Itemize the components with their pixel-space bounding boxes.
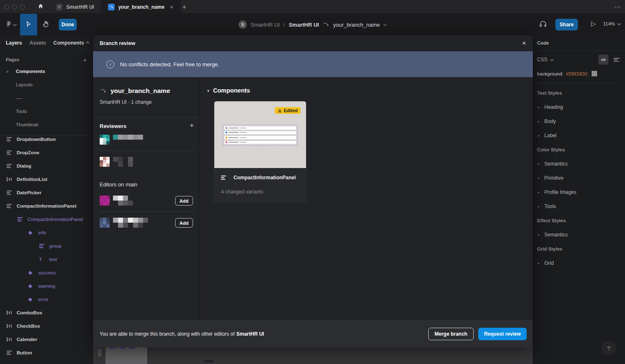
tab-layers[interactable]: Layers	[6, 40, 22, 46]
layer-row[interactable]: info	[0, 226, 93, 239]
page-item[interactable]: ✓Components	[0, 65, 93, 78]
close-tab-icon[interactable]: ×	[170, 4, 173, 10]
request-review-button[interactable]: Request review	[478, 328, 527, 340]
variant-row	[224, 136, 296, 140]
layer-row[interactable]: Button	[0, 346, 93, 359]
breadcrumb-branch[interactable]: your_branch_name	[333, 22, 380, 28]
style-item[interactable]: ▸Grid	[533, 256, 625, 270]
layer-row[interactable]: DatePicker	[0, 186, 93, 199]
text-icon: T	[39, 257, 46, 262]
window-more-button[interactable]: ⋯	[614, 0, 621, 14]
style-item[interactable]: ▸Body	[533, 114, 625, 128]
layer-label: DatePicker	[17, 190, 41, 195]
layer-row[interactable]: group	[0, 239, 93, 253]
layer-row[interactable]: Calender	[0, 333, 93, 346]
style-section-title: Effect Styles	[533, 213, 625, 228]
cursor-icon	[25, 20, 32, 29]
breadcrumb-project[interactable]: SmartHR UI	[251, 22, 280, 28]
chevron-right-icon: ▸	[538, 176, 540, 180]
page-item[interactable]: Layouts	[0, 78, 93, 91]
diamond-icon	[28, 298, 35, 301]
layer-row[interactable]: ComboBox	[0, 306, 93, 319]
layer-row[interactable]: Dialog	[0, 159, 93, 173]
layer-row[interactable]: warning	[0, 279, 93, 293]
zoom-level: 114%	[603, 21, 615, 26]
layer-row[interactable]: CheckBox	[0, 319, 93, 333]
close-window-icon[interactable]	[4, 5, 9, 10]
right-panel: Code CSS <> background: #D6D3D0; Text St…	[533, 35, 625, 364]
done-button[interactable]: Done	[59, 19, 77, 30]
share-button[interactable]: Share	[555, 19, 578, 30]
present-button[interactable]: ▷	[591, 20, 596, 28]
panel-selector-components[interactable]: Components	[53, 40, 89, 46]
chevron-right-icon: ▸	[538, 105, 540, 109]
style-item[interactable]: ▸Profile Images	[533, 185, 625, 199]
merge-branch-button[interactable]: Merge branch	[428, 328, 474, 340]
huddle-button[interactable]	[536, 18, 550, 31]
tab-file[interactable]: SmartHR UI	[49, 0, 101, 14]
add-editor-button[interactable]: Add	[175, 196, 193, 206]
check-icon: ✓	[6, 69, 16, 74]
page-item[interactable]: ----	[0, 91, 93, 105]
layer-row[interactable]: DropdownButton	[0, 136, 93, 146]
maximize-window-icon[interactable]	[20, 5, 25, 10]
window-controls[interactable]	[4, 0, 25, 14]
help-button[interactable]: ?	[602, 341, 616, 355]
figma-file-icon	[56, 4, 63, 10]
layer-label: Calender	[17, 337, 37, 342]
zoom-control[interactable]: 114%	[603, 21, 620, 26]
hand-tool-button[interactable]	[38, 14, 53, 35]
code-options-icon[interactable]	[614, 58, 620, 62]
style-item[interactable]: ▸Primitive	[533, 171, 625, 185]
diamond-icon	[28, 285, 35, 288]
page-label: Components	[16, 69, 45, 74]
layer-row[interactable]: DefinitionList	[0, 173, 93, 186]
layer-row[interactable]: CompactInformationPanel	[0, 199, 93, 213]
layer-label: DropdownButton	[17, 137, 56, 142]
home-button[interactable]	[35, 0, 46, 14]
edited-badge: ⚠ Edited	[275, 107, 301, 114]
page-item[interactable]: Tools	[0, 105, 93, 118]
tab-assets[interactable]: Assets	[30, 40, 46, 46]
style-item[interactable]: ▸Semantics	[533, 228, 625, 242]
chevron-down-icon[interactable]	[550, 58, 553, 61]
chevron-down-icon[interactable]	[383, 23, 387, 26]
component-card-footer: CompactInformationPanel 4 changed varian…	[214, 168, 306, 195]
style-item-label: Body	[545, 118, 556, 124]
style-item[interactable]: ▸Tools	[533, 199, 625, 213]
component-card[interactable]: ⚠ Edited CompactInformationPanel 4 chang…	[214, 101, 306, 202]
layer-row[interactable]: CompactInformationPanel	[0, 213, 93, 226]
chevron-right-icon: ▸	[538, 204, 540, 208]
layer-row[interactable]: DropZone	[0, 146, 93, 159]
main-menu-button[interactable]	[3, 14, 18, 35]
page-item[interactable]: Thumbnail	[0, 118, 93, 131]
tab-file-label: SmartHR UI	[66, 4, 94, 10]
add-page-button[interactable]: +	[83, 56, 87, 63]
css-dropdown[interactable]: CSS	[537, 57, 547, 63]
new-tab-button[interactable]: +	[178, 0, 190, 14]
style-item[interactable]: ▸Semantics	[533, 157, 625, 171]
style-item[interactable]: ▸Label	[533, 128, 625, 143]
avatar[interactable]: S	[238, 20, 247, 29]
figma-app: SmartHR UI your_branch_name × + ⋯	[0, 0, 625, 364]
layer-row[interactable]: error	[0, 293, 93, 306]
style-item[interactable]: ▸Heading	[533, 100, 625, 114]
layer-row[interactable]: Ttext	[0, 253, 93, 266]
modal-title: Branch review	[100, 40, 135, 46]
add-reviewer-icon[interactable]: +	[190, 121, 194, 130]
horizontal-scrollbar[interactable]	[204, 360, 213, 362]
branch-icon	[100, 88, 107, 95]
tab-branch[interactable]: your_branch_name ×	[101, 0, 181, 14]
layer-row[interactable]: success	[0, 266, 93, 279]
variant-row	[224, 126, 296, 130]
move-tool-button[interactable]	[20, 14, 37, 35]
branch-icon	[323, 21, 329, 28]
components-heading[interactable]: ▾ Components	[207, 87, 250, 94]
style-item-label: Semantics	[545, 232, 568, 238]
add-editor-button[interactable]: Add	[175, 218, 193, 228]
minimize-window-icon[interactable]	[12, 5, 17, 10]
breadcrumb-file[interactable]: SmartHR UI	[289, 22, 319, 28]
code-view-button[interactable]: <>	[598, 55, 608, 65]
reviewer-row	[100, 157, 193, 167]
close-icon[interactable]: ×	[522, 39, 526, 48]
